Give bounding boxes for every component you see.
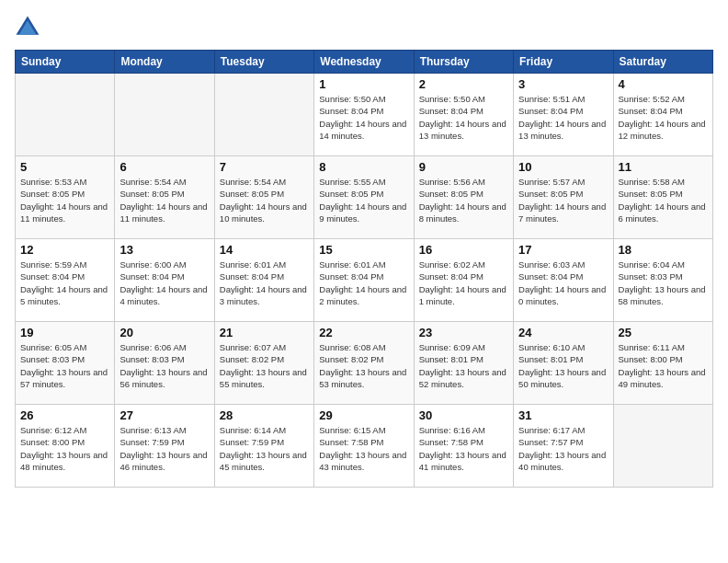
- day-number: 12: [20, 243, 109, 257]
- calendar-cell: 10Sunrise: 5:57 AM Sunset: 8:05 PM Dayli…: [514, 156, 613, 239]
- day-number: 7: [220, 160, 309, 174]
- day-number: 14: [220, 243, 309, 257]
- day-number: 19: [20, 326, 109, 339]
- day-number: 17: [518, 243, 608, 257]
- calendar-week-row: 19Sunrise: 6:05 AM Sunset: 8:03 PM Dayli…: [16, 322, 713, 405]
- calendar-cell: 2Sunrise: 5:50 AM Sunset: 8:04 PM Daylig…: [414, 74, 513, 156]
- calendar-cell: 13Sunrise: 6:00 AM Sunset: 8:04 PM Dayli…: [115, 239, 214, 322]
- day-info: Sunrise: 5:51 AM Sunset: 8:04 PM Dayligh…: [518, 93, 608, 142]
- day-info: Sunrise: 6:01 AM Sunset: 8:04 PM Dayligh…: [220, 259, 309, 307]
- calendar-cell: 18Sunrise: 6:04 AM Sunset: 8:03 PM Dayli…: [613, 239, 712, 322]
- calendar-cell: 16Sunrise: 6:02 AM Sunset: 8:04 PM Dayli…: [414, 239, 513, 322]
- calendar-week-row: 26Sunrise: 6:12 AM Sunset: 8:00 PM Dayli…: [16, 405, 713, 488]
- day-info: Sunrise: 6:01 AM Sunset: 8:04 PM Dayligh…: [319, 259, 408, 307]
- day-info: Sunrise: 5:58 AM Sunset: 8:05 PM Dayligh…: [619, 176, 708, 224]
- day-info: Sunrise: 5:59 AM Sunset: 8:04 PM Dayligh…: [20, 259, 109, 307]
- day-number: 23: [419, 326, 508, 339]
- day-info: Sunrise: 6:13 AM Sunset: 7:59 PM Dayligh…: [119, 424, 209, 473]
- day-number: 28: [220, 408, 309, 422]
- day-info: Sunrise: 5:52 AM Sunset: 8:04 PM Dayligh…: [619, 93, 708, 142]
- calendar-cell: 29Sunrise: 6:15 AM Sunset: 7:58 PM Dayli…: [314, 405, 414, 488]
- day-info: Sunrise: 6:14 AM Sunset: 7:59 PM Dayligh…: [220, 424, 309, 473]
- day-number: 21: [220, 326, 309, 339]
- calendar-cell: 11Sunrise: 5:58 AM Sunset: 8:05 PM Dayli…: [613, 156, 712, 239]
- calendar-week-row: 1Sunrise: 5:50 AM Sunset: 8:04 PM Daylig…: [16, 74, 713, 156]
- day-number: 11: [619, 160, 708, 174]
- calendar-cell: 5Sunrise: 5:53 AM Sunset: 8:05 PM Daylig…: [16, 156, 115, 239]
- day-info: Sunrise: 6:15 AM Sunset: 7:58 PM Dayligh…: [319, 424, 408, 473]
- day-number: 8: [319, 160, 408, 174]
- calendar-cell: 17Sunrise: 6:03 AM Sunset: 8:04 PM Dayli…: [514, 239, 613, 322]
- calendar-cell: 25Sunrise: 6:11 AM Sunset: 8:00 PM Dayli…: [613, 322, 712, 405]
- calendar-cell: 4Sunrise: 5:52 AM Sunset: 8:04 PM Daylig…: [613, 74, 712, 156]
- day-number: 29: [319, 408, 408, 422]
- day-number: 10: [518, 160, 608, 174]
- calendar-cell: 6Sunrise: 5:54 AM Sunset: 8:05 PM Daylig…: [115, 156, 214, 239]
- logo-icon: [15, 15, 40, 40]
- day-info: Sunrise: 5:54 AM Sunset: 8:05 PM Dayligh…: [119, 176, 209, 224]
- calendar-cell: 26Sunrise: 6:12 AM Sunset: 8:00 PM Dayli…: [16, 405, 115, 488]
- day-info: Sunrise: 6:17 AM Sunset: 7:57 PM Dayligh…: [518, 424, 608, 473]
- day-info: Sunrise: 6:08 AM Sunset: 8:02 PM Dayligh…: [319, 341, 408, 390]
- calendar-cell: 3Sunrise: 5:51 AM Sunset: 8:04 PM Daylig…: [514, 74, 613, 156]
- calendar-cell: 31Sunrise: 6:17 AM Sunset: 7:57 PM Dayli…: [514, 405, 613, 488]
- logo: [15, 15, 44, 40]
- calendar-cell: [613, 405, 712, 488]
- day-number: 15: [319, 243, 408, 257]
- day-info: Sunrise: 6:05 AM Sunset: 8:03 PM Dayligh…: [20, 341, 109, 390]
- calendar-cell: [16, 74, 115, 156]
- day-info: Sunrise: 6:16 AM Sunset: 7:58 PM Dayligh…: [419, 424, 508, 473]
- calendar-week-row: 5Sunrise: 5:53 AM Sunset: 8:05 PM Daylig…: [16, 156, 713, 239]
- day-info: Sunrise: 6:06 AM Sunset: 8:03 PM Dayligh…: [119, 341, 209, 390]
- day-number: 26: [20, 408, 109, 422]
- day-number: 27: [119, 408, 209, 422]
- day-info: Sunrise: 5:50 AM Sunset: 8:04 PM Dayligh…: [419, 93, 508, 142]
- day-number: 25: [619, 326, 708, 339]
- day-info: Sunrise: 6:07 AM Sunset: 8:02 PM Dayligh…: [220, 341, 309, 390]
- day-number: 31: [518, 408, 608, 422]
- calendar-cell: 22Sunrise: 6:08 AM Sunset: 8:02 PM Dayli…: [314, 322, 414, 405]
- day-number: 16: [419, 243, 508, 257]
- day-info: Sunrise: 6:12 AM Sunset: 8:00 PM Dayligh…: [20, 424, 109, 473]
- day-number: 5: [20, 160, 109, 174]
- weekday-header-sunday: Sunday: [16, 51, 115, 74]
- calendar-table: SundayMondayTuesdayWednesdayThursdayFrid…: [15, 50, 713, 488]
- calendar-cell: 28Sunrise: 6:14 AM Sunset: 7:59 PM Dayli…: [214, 405, 313, 488]
- weekday-header-friday: Friday: [514, 51, 613, 74]
- day-info: Sunrise: 5:54 AM Sunset: 8:05 PM Dayligh…: [220, 176, 309, 224]
- calendar-cell: 14Sunrise: 6:01 AM Sunset: 8:04 PM Dayli…: [214, 239, 313, 322]
- day-info: Sunrise: 6:10 AM Sunset: 8:01 PM Dayligh…: [518, 341, 608, 390]
- weekday-header-monday: Monday: [115, 51, 214, 74]
- weekday-header-tuesday: Tuesday: [214, 51, 313, 74]
- day-number: 18: [619, 243, 708, 257]
- calendar-cell: 20Sunrise: 6:06 AM Sunset: 8:03 PM Dayli…: [115, 322, 214, 405]
- day-number: 1: [319, 77, 408, 91]
- calendar-cell: 1Sunrise: 5:50 AM Sunset: 8:04 PM Daylig…: [314, 74, 414, 156]
- day-info: Sunrise: 6:03 AM Sunset: 8:04 PM Dayligh…: [518, 259, 608, 307]
- day-info: Sunrise: 6:00 AM Sunset: 8:04 PM Dayligh…: [119, 259, 209, 307]
- calendar-cell: 15Sunrise: 6:01 AM Sunset: 8:04 PM Dayli…: [314, 239, 414, 322]
- calendar-cell: 8Sunrise: 5:55 AM Sunset: 8:05 PM Daylig…: [314, 156, 414, 239]
- calendar-cell: 9Sunrise: 5:56 AM Sunset: 8:05 PM Daylig…: [414, 156, 513, 239]
- calendar-week-row: 12Sunrise: 5:59 AM Sunset: 8:04 PM Dayli…: [16, 239, 713, 322]
- day-info: Sunrise: 5:53 AM Sunset: 8:05 PM Dayligh…: [20, 176, 109, 224]
- day-number: 24: [518, 326, 608, 339]
- calendar-cell: 24Sunrise: 6:10 AM Sunset: 8:01 PM Dayli…: [514, 322, 613, 405]
- day-number: 4: [619, 77, 708, 91]
- calendar-cell: 30Sunrise: 6:16 AM Sunset: 7:58 PM Dayli…: [414, 405, 513, 488]
- day-info: Sunrise: 5:50 AM Sunset: 8:04 PM Dayligh…: [319, 93, 408, 142]
- day-number: 22: [319, 326, 408, 339]
- page-header: [15, 15, 713, 40]
- day-info: Sunrise: 6:09 AM Sunset: 8:01 PM Dayligh…: [419, 341, 508, 390]
- day-number: 3: [518, 77, 608, 91]
- weekday-header-row: SundayMondayTuesdayWednesdayThursdayFrid…: [16, 51, 713, 74]
- day-number: 13: [119, 243, 209, 257]
- day-info: Sunrise: 5:56 AM Sunset: 8:05 PM Dayligh…: [419, 176, 508, 224]
- calendar-cell: 7Sunrise: 5:54 AM Sunset: 8:05 PM Daylig…: [214, 156, 313, 239]
- day-number: 30: [419, 408, 508, 422]
- day-info: Sunrise: 6:04 AM Sunset: 8:03 PM Dayligh…: [619, 259, 708, 307]
- weekday-header-wednesday: Wednesday: [314, 51, 414, 74]
- day-number: 20: [119, 326, 209, 339]
- weekday-header-thursday: Thursday: [414, 51, 513, 74]
- day-info: Sunrise: 6:02 AM Sunset: 8:04 PM Dayligh…: [419, 259, 508, 307]
